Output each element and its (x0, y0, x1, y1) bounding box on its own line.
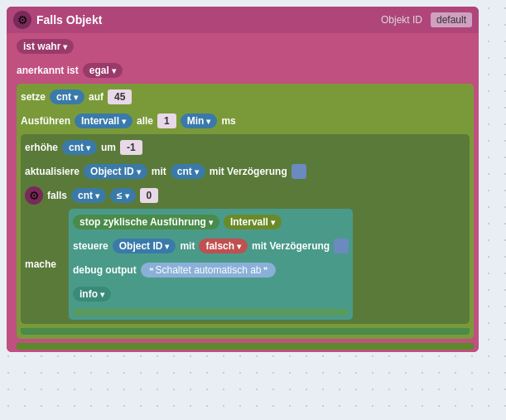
ausfuhren-label: Ausführen (21, 115, 70, 127)
anerkannt-label: anerkannt ist (17, 65, 79, 76)
block-title: Falls Objekt (36, 13, 102, 27)
outer-container: setze cnt auf 45 Ausführen Intervall all… (17, 84, 474, 339)
row-setze: setze cnt auf 45 (21, 86, 470, 108)
info-pill[interactable]: info (73, 287, 111, 302)
row-erhohe: erhöhe cnt um -1 (25, 137, 465, 158)
inner-footer (21, 328, 470, 335)
block-body: ist wahr anerkannt ist egal setze cnt au… (7, 33, 479, 352)
falsch-pill[interactable]: falsch (199, 239, 248, 253)
ist-wahr-pill[interactable]: ist wahr (17, 39, 74, 54)
intervall-pill-2[interactable]: Intervall (224, 215, 282, 229)
row-falls-inner: ⚙ falls cnt ≤ 0 (25, 185, 465, 206)
mit-verz-label-2: mit Verzögerung (252, 240, 330, 252)
erhohe-label: erhöhe (25, 142, 58, 153)
cnt-pill-3[interactable]: cnt (171, 164, 205, 179)
row-anerkannt: anerkannt ist egal (17, 60, 474, 81)
cnt-pill-2[interactable]: cnt (62, 140, 97, 155)
mit-verz-label-1: mit Verzögerung (210, 166, 287, 177)
inner-bottom-bar (73, 309, 349, 316)
stop-pill[interactable]: stop zyklische Ausführung (73, 215, 219, 229)
cnt-pill-1[interactable]: cnt (50, 89, 84, 104)
row-info: info (73, 283, 349, 305)
zero-value[interactable]: 0 (140, 188, 159, 203)
row-ist-wahr: ist wahr (17, 36, 474, 57)
id-label: Objekt ID (381, 14, 422, 26)
auf-label: auf (89, 91, 104, 103)
row-aktualisiere: aktualisiere Object ID mit cnt mit Verzö… (25, 161, 465, 182)
row-debug: debug output Schaltet automatisch ab (73, 259, 349, 281)
inner-container: erhöhe cnt um -1 aktualisiere Object ID … (21, 134, 470, 324)
deep-container: stop zyklische Ausführung Intervall steu… (69, 209, 353, 320)
egal-pill[interactable]: egal (83, 63, 123, 78)
neg1-value[interactable]: -1 (120, 140, 142, 155)
cnt-pill-4[interactable]: cnt (71, 188, 106, 203)
ms-label: ms (221, 115, 235, 127)
delay-box-2[interactable] (334, 239, 349, 253)
id-value: default (431, 12, 472, 27)
row-mache: mache stop zyklische Ausführung Interval… (25, 209, 465, 320)
debug-label: debug output (73, 264, 137, 276)
object-id-pill-1[interactable]: Object ID (84, 164, 147, 179)
mit-label-1: mit (152, 166, 166, 177)
falls-label: falls (47, 190, 67, 201)
le-pill[interactable]: ≤ (110, 188, 136, 203)
cogwheel-icon: ⚙ (13, 11, 31, 29)
falls-cogwheel: ⚙ (25, 186, 43, 205)
interval-num[interactable]: 1 (157, 113, 176, 128)
row-ausfuhren: Ausführen Intervall alle 1 Min ms (21, 110, 470, 132)
mache-label: mache (25, 258, 56, 270)
debug-string: Schaltet automatisch ab (141, 263, 277, 278)
row-steuere: steuere Object ID mit falsch mit Verzöge… (73, 235, 349, 257)
alle-label: alle (137, 115, 153, 127)
um-label: um (101, 142, 116, 153)
setze-label: setze (21, 91, 46, 103)
intervall-pill-1[interactable]: Intervall (75, 113, 133, 128)
cnt-value[interactable]: 45 (108, 89, 132, 104)
aktualisiere-label: aktualisiere (25, 166, 80, 177)
mit-label-2: mit (180, 240, 195, 252)
min-pill[interactable]: Min (181, 113, 218, 128)
main-block: ⚙ Falls Objekt Objekt ID default ist wah… (7, 7, 479, 352)
canvas: ⚙ Falls Objekt Objekt ID default ist wah… (0, 0, 506, 420)
delay-box-1[interactable] (292, 164, 306, 179)
object-id-pill-2[interactable]: Object ID (113, 239, 176, 253)
row-stop: stop zyklische Ausführung Intervall (73, 211, 349, 233)
header-row: ⚙ Falls Objekt Objekt ID default (7, 7, 479, 33)
steuere-label: steuere (73, 240, 108, 252)
outer-footer (17, 343, 474, 350)
